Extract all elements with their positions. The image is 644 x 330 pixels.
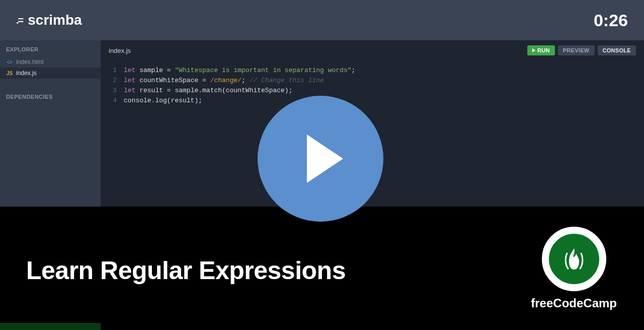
play-button[interactable]	[258, 96, 383, 222]
freecodecamp-badge[interactable]: freeCodeCamp	[531, 227, 617, 310]
console-label: CONSOLE	[603, 47, 631, 53]
sidebar: EXPLORER <> index.html JS index.js DEPEN…	[0, 40, 101, 330]
preview-label: PREVIEW	[563, 47, 590, 53]
js-file-icon: JS	[6, 71, 13, 76]
code-content: let sample = "Whitespace is important in…	[124, 65, 355, 76]
line-number: 1	[109, 65, 124, 76]
preview-button[interactable]: PREVIEW	[558, 45, 595, 55]
brand-logo[interactable]: .= scrimba	[16, 12, 82, 28]
code-line: 4console.log(result);	[109, 96, 636, 106]
dependencies-heading: DEPENDENCIES	[0, 88, 101, 104]
editor-actions: RUN PREVIEW CONSOLE	[527, 45, 636, 55]
timer-display: 0:26	[594, 11, 628, 30]
fcc-label: freeCodeCamp	[531, 296, 617, 310]
topbar: .= scrimba 0:26	[0, 0, 644, 40]
play-icon	[307, 135, 343, 183]
line-number: 4	[109, 96, 124, 106]
run-label: RUN	[537, 47, 550, 53]
fcc-flame-icon	[547, 232, 601, 286]
console-button[interactable]: CONSOLE	[598, 45, 636, 55]
explorer-heading: EXPLORER	[0, 40, 101, 56]
line-number: 3	[109, 86, 124, 96]
code-content: let result = sample.match(countWhiteSpac…	[124, 86, 292, 96]
file-item-index-js[interactable]: JS index.js	[0, 68, 101, 79]
code-line: 2let countWhiteSpace = /change/; // Chan…	[109, 76, 636, 86]
html-file-icon: <>	[6, 59, 13, 65]
file-item-index-html[interactable]: <> index.html	[0, 56, 101, 68]
play-icon	[532, 48, 535, 52]
code-editor[interactable]: 1let sample = "Whitespace is important i…	[101, 60, 644, 106]
line-number: 2	[109, 76, 124, 86]
file-name: index.html	[16, 58, 44, 65]
console-panel-label: CONSOLE	[112, 280, 138, 285]
run-button[interactable]: RUN	[527, 45, 555, 55]
code-line: 1let sample = "Whitespace is important i…	[109, 65, 636, 76]
brand-glyph-icon: .=	[16, 15, 23, 26]
fcc-logo-circle	[542, 227, 606, 291]
brand-text: scrimba	[28, 12, 82, 28]
file-name: index.js	[16, 70, 37, 77]
chevron-down-icon: ⌄	[632, 278, 638, 286]
editor-tabs: index.js RUN PREVIEW CONSOLE	[101, 40, 644, 60]
code-content: let countWhiteSpace = /change/; // Chang…	[124, 76, 324, 86]
code-line: 3let result = sample.match(countWhiteSpa…	[109, 86, 636, 96]
code-content: console.log(result);	[124, 96, 202, 106]
active-tab[interactable]: index.js	[109, 47, 131, 54]
